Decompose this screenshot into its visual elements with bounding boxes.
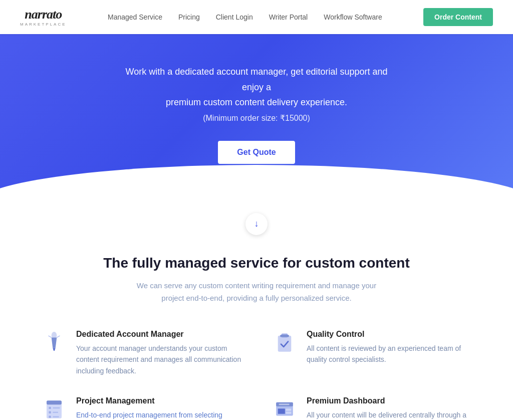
scroll-down: ↓ — [0, 213, 513, 235]
svg-rect-12 — [49, 411, 51, 413]
scroll-down-button[interactable]: ↓ — [245, 213, 268, 235]
main-content: The fully managed service for custom con… — [0, 235, 513, 420]
svg-rect-15 — [53, 416, 59, 417]
feature-project-management-desc: End-to-end project management from selec… — [76, 409, 241, 420]
svg-rect-21 — [286, 411, 292, 413]
list-icon — [41, 396, 67, 420]
feature-project-management-title: Project Management — [76, 396, 241, 405]
svg-rect-18 — [279, 403, 290, 405]
svg-rect-14 — [49, 415, 51, 417]
hero-line3: (Minimum order size: ₹15000) — [10, 113, 503, 123]
feature-account-manager-desc: Your account manager understands your cu… — [76, 343, 241, 376]
nav-workflow-software[interactable]: Workflow Software — [324, 13, 382, 21]
feature-quality-control-desc: All content is reviewed by an experience… — [307, 343, 472, 365]
feature-account-manager-text: Dedicated Account Manager Your account m… — [76, 330, 241, 376]
tie-icon — [41, 330, 67, 356]
feature-quality-control-text: Quality Control All content is reviewed … — [307, 330, 472, 365]
nav-managed-service[interactable]: Managed Service — [108, 13, 162, 21]
feature-account-manager-title: Dedicated Account Manager — [76, 330, 241, 339]
svg-rect-7 — [280, 335, 289, 337]
feature-premium-dashboard: Premium Dashboard All your content will … — [272, 396, 472, 420]
feature-project-management-text: Project Management End-to-end project ma… — [76, 396, 241, 420]
order-content-button[interactable]: Order Content — [423, 8, 493, 26]
chevron-down-icon: ↓ — [254, 219, 259, 229]
get-quote-button[interactable]: Get Quote — [218, 141, 295, 164]
svg-line-3 — [49, 336, 52, 338]
svg-rect-9 — [47, 400, 62, 404]
svg-rect-20 — [286, 408, 292, 410]
nav-client-login[interactable]: Client Login — [216, 13, 253, 21]
dashboard-icon — [272, 396, 298, 420]
svg-line-4 — [57, 336, 60, 338]
svg-rect-19 — [278, 408, 285, 414]
svg-rect-11 — [53, 407, 60, 409]
feature-premium-dashboard-text: Premium Dashboard All your content will … — [307, 396, 472, 420]
feature-project-management: Project Management End-to-end project ma… — [41, 396, 241, 420]
hero-section: Work with a dedicated account manager, g… — [0, 34, 513, 224]
section-title: The fully managed service for custom con… — [40, 255, 473, 271]
hero-line1: Work with a dedicated account manager, g… — [116, 64, 397, 110]
navbar: narrato MARKETPLACE Managed Service Pric… — [0, 0, 513, 34]
nav-links: Managed Service Pricing Client Login Wri… — [108, 13, 382, 21]
svg-marker-1 — [52, 337, 57, 348]
section-subtitle: We can serve any custom content writing … — [126, 279, 387, 305]
logo: narrato MARKETPLACE — [20, 8, 67, 27]
features-grid: Dedicated Account Manager Your account m… — [41, 330, 472, 420]
feature-premium-dashboard-title: Premium Dashboard — [307, 396, 472, 405]
svg-rect-5 — [278, 336, 292, 352]
feature-quality-control-title: Quality Control — [307, 330, 472, 339]
svg-rect-10 — [49, 407, 51, 409]
clipboard-check-icon — [272, 330, 298, 356]
svg-marker-2 — [53, 348, 55, 350]
feature-account-manager: Dedicated Account Manager Your account m… — [41, 330, 241, 376]
nav-pricing[interactable]: Pricing — [178, 13, 200, 21]
feature-premium-dashboard-desc: All your content will be delivered centr… — [307, 409, 472, 420]
logo-sub: MARKETPLACE — [20, 22, 67, 27]
logo-text: narrato — [25, 8, 62, 21]
nav-writer-portal[interactable]: Writer Portal — [269, 13, 308, 21]
feature-quality-control: Quality Control All content is reviewed … — [272, 330, 472, 376]
svg-rect-13 — [53, 411, 58, 413]
